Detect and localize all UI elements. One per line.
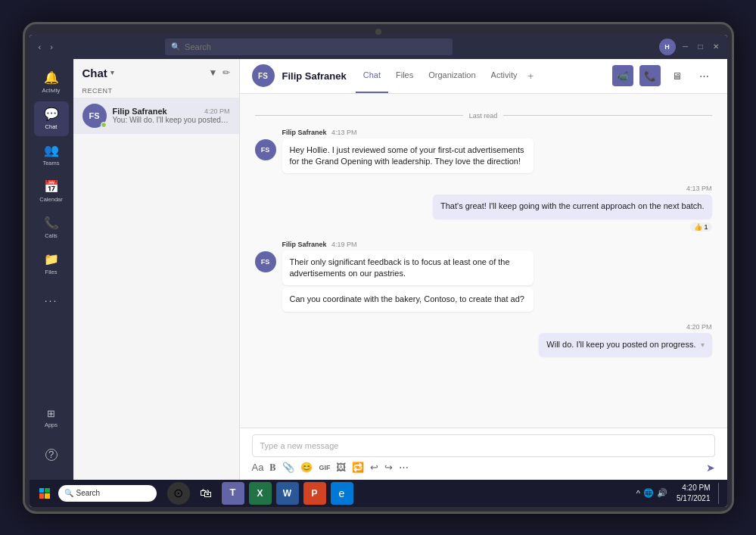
gif-button[interactable]: GIF xyxy=(319,464,330,471)
screen-share-button[interactable]: 🖥 xyxy=(667,65,688,86)
sidebar-item-calls[interactable]: 📞 Calls xyxy=(34,210,69,245)
taskbar-word[interactable]: W xyxy=(276,482,299,505)
format-button[interactable]: Aa xyxy=(252,462,264,473)
options-button[interactable]: ⋯ xyxy=(399,462,409,473)
chat-item-top: Filip Safranek 4:20 PM xyxy=(113,107,230,116)
taskbar-powerpoint[interactable]: P xyxy=(303,482,326,505)
chat-item-avatar: FS xyxy=(82,104,107,128)
sidebar-item-apps[interactable]: ⊞ Apps xyxy=(34,401,69,436)
taskbar-search-label: Search xyxy=(76,489,101,497)
volume-icon[interactable]: 🔊 xyxy=(657,488,667,498)
msg-bubble-3a: Their only significant feedback is to fo… xyxy=(282,250,534,286)
chat-item-name: Filip Safranek xyxy=(113,107,167,116)
close-button[interactable]: ✕ xyxy=(711,42,721,52)
taskbar-clock[interactable]: 4:20 PM 5/17/2021 xyxy=(677,483,711,504)
msg-bubble-2: That's great! I'll keep going with the c… xyxy=(433,194,711,218)
msg-time-1: 4:13 PM xyxy=(331,129,357,136)
message-group-1: FS Filip Safranek 4:13 PM Hey Hollie. I … xyxy=(255,129,712,176)
sidebar-item-more[interactable]: ··· xyxy=(34,283,69,318)
taskbar-store[interactable]: 🛍 xyxy=(194,482,217,505)
chat-list-title: Chat ▾ xyxy=(82,67,114,79)
own-message-wrapper-2: 4:13 PM That's great! I'll keep going wi… xyxy=(433,185,711,231)
message-group-4: 4:20 PM Will do. I'll keep you posted on… xyxy=(255,323,712,359)
sidebar-label-teams: Teams xyxy=(42,160,59,166)
message-placeholder: Type a new message xyxy=(260,441,339,450)
start-button[interactable] xyxy=(34,483,55,504)
sidebar-item-help[interactable]: ? xyxy=(34,437,69,472)
taskbar-edge[interactable]: e xyxy=(331,482,353,505)
loop-button[interactable]: 🔁 xyxy=(352,462,364,473)
title-search-bar[interactable]: 🔍 xyxy=(165,39,453,55)
sidebar-item-chat[interactable]: 💬 Chat xyxy=(34,101,69,136)
sender-name-1: Filip Safranek xyxy=(282,129,327,136)
add-tab-button[interactable]: + xyxy=(524,70,537,82)
back-arrow[interactable]: ‹ xyxy=(36,41,45,53)
taskbar-search[interactable]: 🔍 Search xyxy=(58,485,157,502)
send-button[interactable]: ➤ xyxy=(706,462,715,474)
msg-text-4: Will do. I'll keep you posted on progres… xyxy=(546,339,695,350)
sidebar-item-calendar[interactable]: 📅 Calendar xyxy=(34,174,69,209)
new-chat-button[interactable]: ✏ xyxy=(222,67,230,78)
audio-call-button[interactable]: 📞 xyxy=(639,65,661,86)
activity-icon: 🔔 xyxy=(44,70,59,85)
chat-item-preview: You: Will do. I'll keep you posted on pr… xyxy=(113,116,230,124)
sidebar-item-activity[interactable]: 🔔 Activity xyxy=(34,65,69,100)
network-icon[interactable]: 🌐 xyxy=(643,488,654,498)
message-input-box[interactable]: Type a new message xyxy=(252,434,715,457)
apps-icon: ⊞ xyxy=(47,408,55,419)
show-desktop-button[interactable] xyxy=(718,483,723,504)
message-menu-icon: ▾ xyxy=(701,340,705,350)
chat-item-content: Filip Safranek 4:20 PM You: Will do. I'l… xyxy=(113,107,230,124)
own-message-wrapper-4: 4:20 PM Will do. I'll keep you posted on… xyxy=(539,323,711,359)
video-call-button[interactable]: 📹 xyxy=(612,65,633,86)
files-icon: 📁 xyxy=(44,252,59,266)
msg-reaction-2: 👍 1 xyxy=(690,222,711,232)
undo-button[interactable]: ↩ xyxy=(370,462,378,473)
sticker-button[interactable]: 🖼 xyxy=(336,462,346,473)
tray-up-arrow[interactable]: ^ xyxy=(636,489,640,498)
tab-chat[interactable]: Chat xyxy=(356,59,388,94)
forward-arrow[interactable]: › xyxy=(47,41,56,53)
chat-item-time: 4:20 PM xyxy=(204,107,230,115)
taskbar-teams[interactable]: T xyxy=(222,482,244,505)
last-read-divider: Last read xyxy=(255,112,712,120)
help-icon: ? xyxy=(45,449,58,461)
emoji-button[interactable]: 😊 xyxy=(300,462,313,473)
filter-button[interactable]: ▼ xyxy=(209,67,218,78)
sidebar-item-files[interactable]: 📁 Files xyxy=(34,247,69,281)
maximize-button[interactable]: □ xyxy=(695,42,706,52)
msg-sender-time-3: Filip Safranek 4:19 PM xyxy=(282,241,534,248)
last-read-line-left xyxy=(255,115,463,116)
attach-button[interactable]: 📎 xyxy=(282,462,294,473)
clock-time: 4:20 PM xyxy=(677,483,711,493)
chat-list-actions: ▼ ✏ xyxy=(209,67,230,78)
bold-button[interactable]: 𝐁 xyxy=(269,462,276,474)
sidebar-label-activity: Activity xyxy=(42,87,61,94)
msg-time-2: 4:13 PM xyxy=(686,185,712,192)
contact-initials: FS xyxy=(258,72,268,80)
chat-item-initials: FS xyxy=(89,111,99,120)
tab-organization[interactable]: Organization xyxy=(421,59,483,94)
message-toolbar: Aa 𝐁 📎 😊 GIF 🖼 🔁 ↩ ↪ ⋯ ➤ xyxy=(252,462,715,474)
window-controls: H ─ □ ✕ xyxy=(659,39,721,55)
msg-time-3: 4:19 PM xyxy=(331,241,357,248)
redo-button[interactable]: ↪ xyxy=(384,462,393,473)
msg-content-3: Filip Safranek 4:19 PM Their only signif… xyxy=(282,241,534,314)
reaction-emoji: 👍 xyxy=(694,223,702,231)
tray-icons: ^ 🌐 🔊 xyxy=(636,488,667,498)
chat-list-header: Chat ▾ ▼ ✏ xyxy=(73,59,239,84)
search-input[interactable] xyxy=(185,42,446,51)
more-actions-button[interactable]: ⋯ xyxy=(694,65,715,86)
minimize-button[interactable]: ─ xyxy=(680,42,691,52)
phone-icon: 📞 xyxy=(644,70,656,82)
tab-files[interactable]: Files xyxy=(388,59,421,94)
tab-activity[interactable]: Activity xyxy=(484,59,525,94)
taskbar-excel[interactable]: X xyxy=(249,482,272,505)
sidebar-item-teams[interactable]: 👥 Teams xyxy=(34,138,69,173)
messages-area[interactable]: Last read FS Filip Safranek 4:13 PM Hey … xyxy=(240,94,727,428)
msg-bubble-3b: Can you coordinate with the bakery, Cont… xyxy=(282,288,534,311)
message-group-2: 4:13 PM That's great! I'll keep going wi… xyxy=(255,185,712,231)
user-avatar[interactable]: H xyxy=(659,39,676,55)
chat-list-item[interactable]: FS Filip Safranek 4:20 PM You: Will do. … xyxy=(73,98,239,134)
taskbar-cortana[interactable]: ⊙ xyxy=(167,482,190,505)
